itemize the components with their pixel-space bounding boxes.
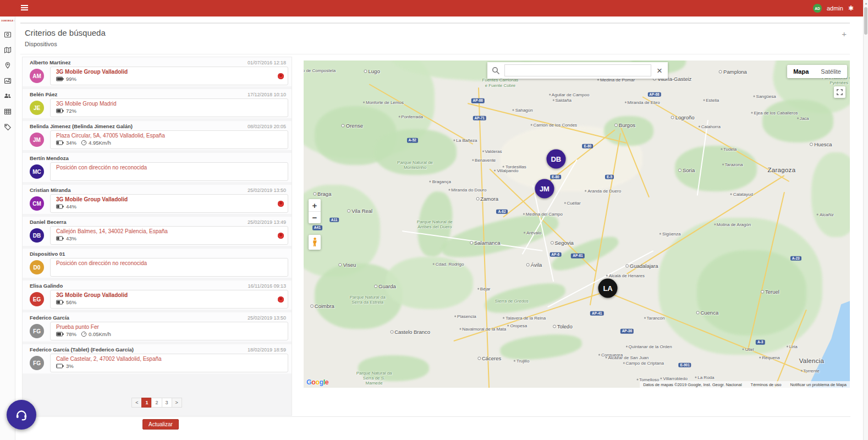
device-map-marker[interactable]: JM: [535, 179, 554, 199]
device-info-box[interactable]: 3G Mobile Group Valladolid 44%: [50, 194, 288, 213]
image-icon[interactable]: [4, 77, 12, 85]
map-place-label: Guarda: [374, 283, 396, 289]
device-info-box[interactable]: 3G Mobile Group Valladolid 56%: [50, 290, 288, 309]
location-pin-icon[interactable]: [4, 62, 12, 69]
map-place-label: Benavente: [472, 157, 496, 162]
google-logo[interactable]: Google: [306, 378, 328, 386]
fullscreen-button[interactable]: [834, 86, 845, 98]
map-type-satellite[interactable]: Satélite: [815, 65, 847, 78]
device-list-item[interactable]: Daniel Becerra 25/02/2019 13:49 DB Calle…: [23, 217, 292, 246]
update-button[interactable]: Actualizar: [142, 419, 179, 430]
page-title: Criterios de búsqueda: [25, 28, 850, 37]
device-list-item[interactable]: Federico García (Tablet) (Federico Garcí…: [23, 344, 292, 373]
device-map-marker[interactable]: LA: [598, 279, 618, 298]
user-name[interactable]: admin: [827, 5, 843, 12]
close-icon[interactable]: ×: [657, 66, 662, 75]
scroll-up-arrow[interactable]: ▲: [865, 2, 867, 5]
logout-icon[interactable]: ✱: [848, 4, 854, 12]
battery-icon: [56, 140, 64, 145]
device-name: Elisa Galindo: [30, 283, 63, 289]
device-primary-text: Callejón Balmes, 14, 34002 Palencia, Esp…: [56, 228, 274, 234]
scrollbar-thumb[interactable]: [864, 7, 867, 35]
device-list-item[interactable]: Dispositivo 01 D0 Posición con dirección…: [23, 249, 292, 278]
map-place-label: Requena: [759, 355, 779, 360]
pagination-page-button[interactable]: 3: [162, 398, 172, 408]
device-info-box[interactable]: Callejón Balmes, 14, 34002 Palencia, Esp…: [50, 226, 288, 245]
search-icon[interactable]: [492, 67, 500, 75]
device-meta: 44%: [56, 204, 274, 210]
device-map-marker[interactable]: DB: [546, 150, 565, 169]
expand-button[interactable]: +: [842, 29, 847, 38]
pagination-page-button[interactable]: 2: [151, 398, 162, 408]
battery-icon: [56, 76, 64, 81]
device-name: Belinda Jimenez (Belinda Jimenez Galán): [30, 123, 133, 129]
device-primary-text: Calle Castelar, 2, 47002 Valladolid, Esp…: [56, 356, 274, 362]
users-icon[interactable]: [4, 92, 12, 100]
terrain-patch: [499, 331, 583, 362]
map-photo-icon[interactable]: [4, 31, 12, 38]
speed-value: 0.05Km/h: [89, 331, 111, 337]
device-info-box[interactable]: Plaza Circular, 5A, 47005 Valladolid, Es…: [50, 130, 288, 149]
map-attribution: Datos de mapas ©2019 Google, Inst. Geogr…: [640, 381, 850, 388]
map-place-label: Cdad. Rodrigo: [433, 262, 464, 267]
report-problem-link[interactable]: Notificar un problema de Mapa: [790, 382, 847, 387]
device-info-box[interactable]: 3G Mobile Group Valladolid 99%: [50, 67, 288, 85]
map-place-label: Cáceres: [477, 355, 501, 361]
map-search-input[interactable]: [504, 64, 651, 76]
map-place-label: Lugo: [364, 68, 380, 74]
road-shield-badge: E-80: [550, 175, 561, 180]
map-place-label: Estella: [703, 97, 719, 102]
road-shield-badge: AP-41: [590, 311, 603, 316]
zoom-in-button[interactable]: +: [309, 199, 321, 211]
map-place-label: Aguilar de Campoo: [549, 92, 589, 97]
battery-value: 99%: [66, 76, 76, 82]
map-search-bar: ×: [487, 62, 668, 79]
map-place-label: Burgos: [614, 122, 635, 128]
pagination: <123>: [23, 398, 292, 408]
terms-link[interactable]: Términos de uso: [751, 382, 782, 387]
support-chat-button[interactable]: [7, 400, 36, 430]
map-place-label: Tudela: [721, 147, 737, 152]
zoom-out-button[interactable]: −: [309, 211, 321, 223]
map-place-label: Parque Natural de Arribes del Duero: [416, 219, 453, 229]
pegman-control[interactable]: [309, 235, 321, 250]
tag-icon[interactable]: [4, 123, 12, 131]
page-scrollbar[interactable]: ▲: [863, 0, 868, 440]
hamburger-menu-icon[interactable]: [21, 5, 28, 11]
map-place-label: Medina del Campo: [523, 212, 563, 217]
battery-icon: [56, 236, 64, 241]
device-info-box[interactable]: 3G Mobile Group Madrid 72%: [50, 98, 288, 117]
device-primary-text: Posición con dirección no reconocida: [56, 164, 274, 170]
road-shield-badge: E-5: [605, 175, 614, 180]
device-list-item[interactable]: Bertín Mendoza MC Posición con dirección…: [23, 153, 292, 182]
device-name: Federico García: [30, 315, 69, 321]
device-list-item[interactable]: Federico García 25/02/2019 13:50 FG Prue…: [23, 312, 292, 342]
map-type-map[interactable]: Mapa: [787, 65, 815, 78]
battery-icon: [56, 364, 64, 369]
road-shield-badge: A-52: [407, 138, 418, 143]
map-place-label: Braga: [313, 191, 331, 197]
folded-map-icon[interactable]: [4, 46, 12, 54]
device-info-box[interactable]: Calle Castelar, 2, 47002 Valladolid, Esp…: [50, 354, 288, 372]
device-name: Dispositivo 01: [30, 251, 65, 257]
device-list-item[interactable]: Cristian Miranda 25/02/2019 13:50 CM 3G …: [23, 185, 292, 214]
device-list-item[interactable]: Alberto Martinez 01/07/2016 12:18 AM 3G …: [23, 57, 292, 86]
device-list-item[interactable]: Belén Páez 17/12/2018 10:10 JE 3G Mobile…: [23, 89, 292, 118]
pagination-page-button[interactable]: 1: [141, 398, 152, 408]
device-primary-text: 3G Mobile Group Valladolid: [56, 196, 274, 202]
device-info-box[interactable]: Prueba punto Fer 78% 0.05Km/h: [50, 322, 288, 340]
pagination-next-button[interactable]: >: [172, 398, 182, 408]
battery-value: 44%: [66, 204, 76, 210]
table-icon[interactable]: [4, 108, 12, 116]
device-info-box[interactable]: Posición con dirección no reconocida: [50, 258, 288, 277]
road-shield-badge: A-3: [756, 340, 765, 345]
map-canvas[interactable]: Santiago de CompostelaLugoMonforte de Le…: [304, 61, 850, 388]
map-place-label: Alcañiz: [817, 212, 834, 217]
pagination-prev-button[interactable]: <: [131, 398, 142, 408]
map-place-label: Tarancón: [644, 316, 665, 321]
device-list-item[interactable]: Elisa Galindo 16/11/2016 09:13 EG 3G Mob…: [23, 280, 292, 310]
road-shield-badge: AP-71: [473, 116, 486, 120]
device-meta: 78% 0.05Km/h: [56, 331, 274, 337]
device-info-box[interactable]: Posición con dirección no reconocida: [50, 162, 288, 181]
device-list-item[interactable]: Belinda Jimenez (Belinda Jimenez Galán) …: [23, 121, 292, 150]
